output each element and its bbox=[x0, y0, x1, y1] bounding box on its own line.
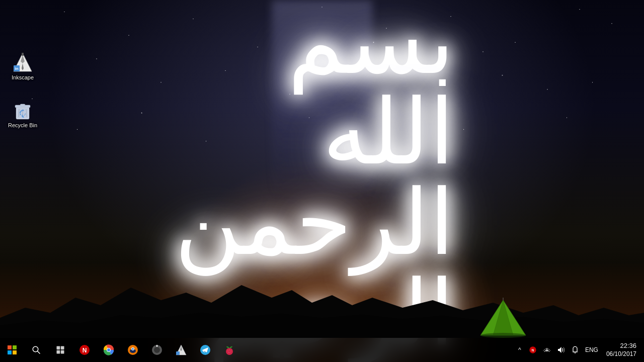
svg-text:N: N bbox=[83, 347, 87, 354]
svg-line-21 bbox=[37, 351, 40, 353]
svg-rect-16 bbox=[8, 345, 12, 349]
svg-point-42 bbox=[227, 350, 228, 351]
svg-point-30 bbox=[107, 348, 110, 351]
inkscape-icon-label: Inkscape bbox=[12, 74, 34, 81]
svg-point-46 bbox=[229, 352, 230, 353]
svg-rect-24 bbox=[57, 350, 60, 354]
svg-point-20 bbox=[33, 346, 38, 352]
svg-rect-19 bbox=[13, 350, 17, 354]
svg-rect-6 bbox=[22, 53, 24, 56]
tent bbox=[478, 298, 528, 338]
taskbar-apps: N bbox=[72, 338, 242, 362]
svg-rect-17 bbox=[13, 345, 17, 349]
taskbar: N bbox=[0, 338, 644, 362]
svg-rect-22 bbox=[57, 346, 60, 350]
taskbar-app-blender[interactable] bbox=[121, 338, 145, 362]
taskbar-app-chrome[interactable] bbox=[97, 338, 121, 362]
svg-text:N: N bbox=[532, 348, 534, 352]
taskbar-app-inkscape[interactable] bbox=[169, 338, 193, 362]
svg-rect-49 bbox=[545, 350, 548, 351]
taskbar-app-telegram[interactable] bbox=[193, 338, 217, 362]
calligraphy-artwork: بسم الله الرحمن الرحيم bbox=[176, 60, 453, 297]
svg-point-34 bbox=[132, 348, 134, 350]
svg-rect-25 bbox=[61, 350, 64, 354]
svg-rect-39 bbox=[176, 351, 180, 355]
start-button[interactable] bbox=[0, 338, 24, 362]
tray-antivirus-icon[interactable]: N bbox=[526, 338, 540, 362]
tray-network-icon[interactable] bbox=[540, 338, 554, 362]
svg-rect-18 bbox=[8, 350, 12, 354]
tray-notification-icon[interactable] bbox=[568, 338, 582, 362]
svg-point-45 bbox=[228, 352, 229, 353]
clock-display[interactable]: 22:36 06/10/2017 bbox=[601, 338, 641, 362]
tray-volume-icon[interactable] bbox=[554, 338, 568, 362]
desktop-icon-inkscape[interactable]: in Inkscape bbox=[5, 50, 40, 83]
language-label: ENG bbox=[585, 346, 598, 353]
taskbar-app-7[interactable] bbox=[217, 338, 242, 362]
task-view-button[interactable] bbox=[48, 338, 72, 362]
svg-point-3 bbox=[480, 333, 526, 338]
desktop-icon-recycle-bin[interactable]: Recycle Bin bbox=[5, 98, 40, 131]
tray-overflow-button[interactable]: ^ bbox=[514, 338, 526, 362]
mountain-silhouette bbox=[0, 278, 644, 338]
svg-point-53 bbox=[575, 352, 576, 353]
language-indicator[interactable]: ENG bbox=[582, 338, 601, 362]
search-button[interactable] bbox=[24, 338, 48, 362]
svg-rect-23 bbox=[61, 346, 64, 350]
recycle-bin-icon-label: Recycle Bin bbox=[8, 122, 37, 129]
clock-time: 22:36 bbox=[620, 342, 636, 350]
svg-point-36 bbox=[154, 347, 160, 353]
svg-point-43 bbox=[229, 349, 230, 350]
clock-date: 06/10/2017 bbox=[606, 350, 636, 358]
svg-point-44 bbox=[230, 350, 231, 351]
svg-marker-52 bbox=[558, 347, 561, 353]
taskbar-app-5[interactable] bbox=[145, 338, 169, 362]
svg-rect-12 bbox=[20, 104, 25, 106]
svg-text:in: in bbox=[15, 66, 18, 71]
system-tray: ^ N bbox=[514, 338, 644, 362]
taskbar-app-norton[interactable]: N bbox=[72, 338, 97, 362]
desktop: بسم الله الرحمن الرحيم bbox=[0, 0, 644, 362]
svg-point-41 bbox=[226, 348, 233, 355]
recycle-bin-icon-image bbox=[13, 100, 33, 120]
inkscape-icon-image: in bbox=[13, 52, 33, 72]
